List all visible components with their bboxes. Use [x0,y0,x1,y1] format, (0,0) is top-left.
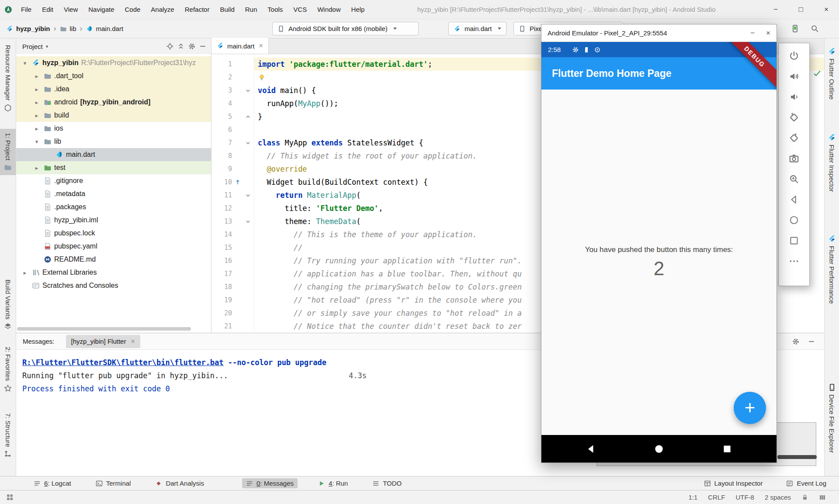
nav-back-button[interactable] [585,443,596,455]
collapse-arrow-icon[interactable]: ▾ [21,60,29,66]
nav-home-button[interactable] [653,443,665,455]
gutter-line-12[interactable]: 12 [211,202,254,215]
menu-view[interactable]: View [59,0,83,19]
line-separator[interactable]: CRLF [708,494,725,501]
toolwindow-button-0-messages[interactable]: 0: Messages [242,478,298,488]
stripe-build-variants[interactable]: Build Variants [0,276,16,334]
gutter-line-15[interactable]: 15 [211,241,254,254]
window-close-button[interactable]: × [814,0,839,19]
run-config-dropdown[interactable]: main.dart [448,22,506,35]
menu-help[interactable]: Help [346,0,370,19]
tree-row-hyzp-yibin[interactable]: ▾hyzp_yibin R:\FlutterProject\FlutterPro… [16,56,211,69]
stripe-device-file-explorer[interactable]: Device File Explorer [825,380,839,457]
collapse-all-icon[interactable] [177,42,185,50]
toolwindow-toggle-icon[interactable] [6,494,14,501]
override-marker-icon[interactable] [234,179,241,186]
gutter-line-10[interactable]: 10 [211,176,254,189]
gutter-line-3[interactable]: 3 [211,84,254,97]
gutter-line-8[interactable]: 8 [211,149,254,162]
tree-row-android[interactable]: ▸android [hyzp_yibin_android] [16,96,211,109]
tree-row-dart-tool[interactable]: ▸.dart_tool [16,69,211,83]
tree-row-test[interactable]: ▸test [16,161,211,174]
tree-row-main-dart[interactable]: main.dart [16,148,211,161]
project-panel-title[interactable]: Project [22,43,43,50]
stripe-2-favorites[interactable]: 2: Favorites [0,343,16,396]
stripe-flutter-performance[interactable]: Flutter Performance [825,231,839,308]
menu-file[interactable]: File [16,0,37,19]
editor-tab-main-dart[interactable]: main.dart × [211,38,269,54]
gutter-line-21[interactable]: 21 [211,320,254,332]
stripe-flutter-inspector[interactable]: Flutter Inspector [825,130,839,196]
breadcrumb-lib[interactable]: lib [60,25,76,32]
expand-arrow-icon[interactable]: ▸ [21,269,29,276]
toolwindow-button-dart-analysis[interactable]: Dart Analysis [151,478,208,488]
gutter-line-20[interactable]: 20 [211,307,254,320]
gutter-line-18[interactable]: 18 [211,280,254,293]
window-minimize-button[interactable]: − [763,0,788,19]
emulator-rotate-left-button[interactable] [788,112,800,123]
expand-arrow-icon[interactable]: ▸ [32,125,41,132]
close-icon[interactable]: × [131,338,135,345]
fold-down-icon[interactable] [245,218,251,225]
gutter-line-6[interactable]: 6 [211,123,254,136]
emulator-more-button[interactable] [788,255,800,267]
tree-row-external-libraries[interactable]: ▸External Libraries [16,266,211,279]
menu-tools[interactable]: Tools [262,0,288,19]
tree-row-hyzp-yibin-iml[interactable]: hyzp_yibin.iml [16,214,211,227]
gutter-line-14[interactable]: 14 [211,228,254,241]
emulator-nav-back-button[interactable] [788,194,800,205]
tree-row-packages[interactable]: .packages [16,200,211,214]
menu-vcs[interactable]: VCS [288,0,312,19]
emulator-close-button[interactable]: × [766,29,770,38]
emulator-camera-button[interactable] [788,153,800,164]
tree-row-idea[interactable]: ▸.idea [16,83,211,96]
search-everywhere-icon[interactable] [811,24,819,33]
emulator-nav-overview-button[interactable] [788,235,800,246]
device-selector-dropdown[interactable]: Android SDK built for x86 (mobile) [272,22,419,35]
collapse-arrow-icon[interactable]: ▾ [32,138,41,145]
toolwindow-button-terminal[interactable]: Terminal [92,478,135,488]
gutter-line-13[interactable]: 13 [211,215,254,228]
toolwindow-button-todo[interactable]: TODO [368,478,406,488]
emulator-screen[interactable]: 2:58 Flutter Demo Home Page DEBUG You ha… [541,42,777,463]
chevron-down-icon[interactable]: ▾ [46,44,49,49]
breadcrumb-hyzp-yibin[interactable]: hyzp_yibin [6,25,50,32]
emulator-volume-down-button[interactable] [788,91,800,103]
tree-row-gitignore[interactable]: .gitignore [16,174,211,187]
emulator-titlebar[interactable]: Android Emulator - Pixel_2_API_29:5554 −… [541,24,777,42]
breadcrumb-main-dart[interactable]: main.dart [86,25,124,32]
gutter-line-16[interactable]: 16 [211,254,254,267]
avd-manager-icon[interactable] [791,24,799,33]
menu-window[interactable]: Window [312,0,346,19]
gutter-line-5[interactable]: 5 [211,110,254,123]
gear-icon[interactable] [188,42,196,50]
window-maximize-button[interactable]: □ [788,0,814,19]
tree-row-pubspec-lock[interactable]: pubspec.lock [16,227,211,240]
stripe-1-project[interactable]: 1: Project [0,129,16,175]
inspections-ok-icon[interactable] [813,69,822,78]
toolwindow-button-layout-inspector[interactable]: Layout Inspector [700,478,767,488]
nav-overview-button[interactable] [721,443,733,455]
toolwindow-button-event-log[interactable]: Event Log [782,478,830,488]
tree-row-build[interactable]: ▸build [16,109,211,122]
lock-icon[interactable] [801,494,808,501]
stripe-resource-manager[interactable]: Resource Manager [0,41,16,116]
menu-analyze[interactable]: Analyze [146,0,179,19]
gutter-line-11[interactable]: 11 [211,189,254,202]
locate-file-icon[interactable] [166,42,174,50]
fold-up-icon[interactable] [245,114,251,120]
emulator-rotate-right-button[interactable] [788,132,800,144]
close-icon[interactable]: × [259,42,263,50]
menu-code[interactable]: Code [119,0,146,19]
menu-build[interactable]: Build [215,0,239,19]
caret-position[interactable]: 1:1 [688,494,697,501]
console-tab[interactable]: [hyzp_yibin] Flutter × [66,335,140,348]
toolwindow-button-6-logcat[interactable]: 6: Logcat [30,478,75,488]
file-encoding[interactable]: UTF-8 [735,494,754,501]
gutter-line-17[interactable]: 17 [211,267,254,280]
expand-arrow-icon[interactable]: ▸ [32,99,41,106]
expand-arrow-icon[interactable]: ▸ [32,165,41,171]
fab-increment-button[interactable]: + [734,392,766,424]
intention-bulb-icon[interactable] [258,74,266,82]
menu-run[interactable]: Run [240,0,263,19]
